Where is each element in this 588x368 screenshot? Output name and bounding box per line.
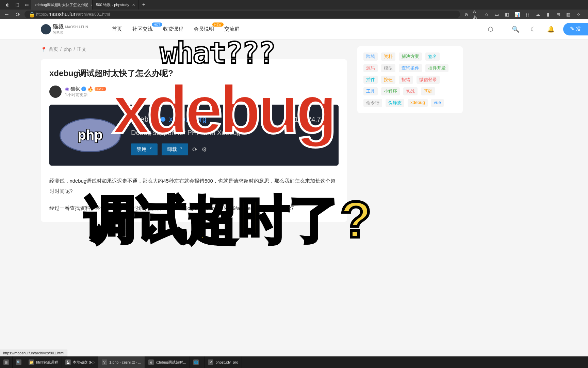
start-button[interactable]: ⊞ <box>0 356 13 368</box>
task-icon: 📁 <box>29 359 34 365</box>
chevron-down-icon[interactable]: ˅ <box>180 147 183 153</box>
search-task[interactable]: 🔍 <box>13 356 25 368</box>
author-name[interactable]: ◉ 猫叔 ✓ 🔥 LV 7 <box>65 86 106 92</box>
tag-item[interactable]: 插件开发 <box>425 64 448 72</box>
tag-item[interactable]: 解决方案 <box>399 52 422 61</box>
tab-title: xdebug调试超时太快了怎么办呢 <box>35 2 88 7</box>
article-title: xdebug调试超时太快了怎么办呢? <box>49 68 339 79</box>
extension-description: Debug support for PHP with Xdebug <box>131 129 328 137</box>
new-badge: NEW <box>212 22 224 27</box>
location-icon: 📍 <box>41 47 47 52</box>
uninstall-button[interactable]: 卸载 ˅ <box>162 143 188 155</box>
extension-link[interactable]: xdebug.org <box>169 115 207 124</box>
taskbar-item[interactable]: 📁html实战课程 <box>25 356 62 368</box>
box-icon[interactable]: ⬡ <box>485 24 496 35</box>
tag-item[interactable]: vue <box>431 99 444 107</box>
tag-item[interactable]: 基础 <box>421 87 435 95</box>
tag-item[interactable]: 资料 <box>381 52 395 61</box>
nav-group[interactable]: 交流群 <box>224 26 240 32</box>
tag-item[interactable]: 源码 <box>363 64 378 72</box>
url-path: /archives/801.html <box>77 12 110 17</box>
browser-tab-active[interactable]: xdebug调试超时太快了怎么办呢 ✕ <box>31 0 93 10</box>
tag-item[interactable]: 报错 <box>399 76 413 84</box>
search-icon[interactable]: 🔍 <box>510 24 521 35</box>
address-bar[interactable]: 🔒 https://maoshu.fun/archives/801.html <box>24 11 460 18</box>
taskbar-item[interactable]: V1.php - ceshi.ttt - ... <box>98 356 145 368</box>
nav-home[interactable]: 首页 <box>112 26 122 32</box>
nav-member[interactable]: 会员说明NEW <box>194 26 214 32</box>
nav-courses[interactable]: 收费课程 <box>163 26 183 32</box>
browser-tab[interactable]: 500 错误 - phpstudy ✕ <box>93 0 139 10</box>
disable-button[interactable]: 禁用 ˅ <box>131 143 158 155</box>
sync-icon[interactable]: ⟳ <box>192 146 197 153</box>
download-icon: ⬇ <box>287 115 292 123</box>
chevron-down-icon[interactable]: ˅ <box>149 147 152 153</box>
update-time: 1小时前更新 <box>65 92 106 98</box>
url-prefix: https:// <box>36 12 48 17</box>
close-icon[interactable]: ✕ <box>132 3 135 7</box>
refresh-button[interactable]: ⟳ <box>14 10 22 18</box>
extension-icon-5[interactable]: ▮ <box>544 11 551 18</box>
gear-icon[interactable]: ⚙ <box>201 146 207 153</box>
workspaces-icon[interactable]: ⬚ <box>12 0 22 10</box>
taskbar-item[interactable]: Pphpstudy_pro <box>205 356 242 368</box>
tag-item[interactable]: 签名 <box>425 52 440 61</box>
tag-item[interactable]: 模型 <box>381 64 395 72</box>
avatar[interactable] <box>49 86 62 98</box>
tag-item[interactable]: 查询条件 <box>399 64 422 72</box>
nav-community[interactable]: 社区交流HOT <box>132 26 153 32</box>
article-paragraph: 经测试，xdebug调试时如果迟迟走不通，那么大约45秒左右就会报错500，也就… <box>49 176 339 196</box>
notification-icon[interactable]: 🔔 <box>545 24 556 35</box>
tag-item[interactable]: 工具 <box>363 87 378 95</box>
taskbar-item[interactable]: exdebug调试超时... <box>145 356 190 368</box>
article-link[interactable]: https://blog.csdn.net/WXN889/article/det… <box>168 205 294 211</box>
tag-item[interactable]: 实战 <box>403 87 418 95</box>
tag-item[interactable]: 命令行 <box>363 99 382 107</box>
tag-item[interactable]: xdebug <box>408 99 428 107</box>
app-menu-icon[interactable]: ◐ <box>3 0 12 10</box>
url-host: maoshu.fun <box>48 11 77 17</box>
new-tab-button[interactable]: + <box>139 2 149 8</box>
extension-icon-2[interactable]: 📊 <box>514 11 521 18</box>
tag-item[interactable]: 伪静态 <box>386 99 404 107</box>
extension-name: Xdebug <box>131 115 157 124</box>
taskbar-item[interactable]: 💾本地磁盘 (F:) <box>62 356 98 368</box>
logo-tagline: 的星球 <box>53 30 88 35</box>
publish-button[interactable]: ✎ 发 <box>563 23 588 35</box>
extension-icon-1[interactable]: ◧ <box>504 11 510 18</box>
task-icon: 💾 <box>65 359 71 365</box>
taskbar-item[interactable]: 🌐 <box>190 356 205 368</box>
level-badge: LV 7 <box>95 87 106 91</box>
collections-icon[interactable]: ▥ <box>565 11 572 18</box>
main-nav: 首页 社区交流HOT 收费课程 会员说明NEW 交流群 <box>112 26 240 32</box>
breadcrumb-home[interactable]: 首页 <box>49 46 58 52</box>
breadcrumb-current: 正文 <box>77 46 86 52</box>
status-bar: https://maoshu.fun/archives/801.html <box>0 350 67 356</box>
tab-actions-icon[interactable]: ▭ <box>22 0 31 10</box>
tag-item[interactable]: 插件 <box>363 76 378 84</box>
verified-icon: ✓ <box>81 87 86 91</box>
tag-item[interactable]: 按钮 <box>381 76 395 84</box>
lock-icon: 🔒 <box>28 10 36 18</box>
read-aloud-icon[interactable]: Aあ <box>473 11 480 18</box>
tag-item[interactable]: 微信登录 <box>416 76 440 84</box>
extension-icon-3[interactable]: {} <box>524 11 531 18</box>
favorite-icon[interactable]: ☆ <box>483 11 490 18</box>
extensions-icon[interactable]: ⊞ <box>555 11 561 18</box>
logo-text-sub: MAOSHU.FUN <box>65 25 88 29</box>
tag-item[interactable]: 跨域 <box>363 52 378 61</box>
site-logo[interactable]: 猫叔 MAOSHU.FUN 的星球 <box>41 23 88 35</box>
back-button[interactable]: ← <box>3 10 11 18</box>
logo-text-main: 猫叔 <box>53 24 64 29</box>
reader-icon[interactable]: ▭ <box>493 11 500 18</box>
tag-item[interactable]: 小程序 <box>381 87 400 95</box>
favorites-bar-icon[interactable]: ✧ <box>575 11 582 18</box>
flame-icon: 🔥 <box>87 86 93 92</box>
dark-mode-icon[interactable]: ☾ <box>528 24 539 35</box>
tag-cloud: 跨域资料解决方案签名源码模型查询条件插件开发插件按钮报错微信登录工具小程序实战基… <box>357 46 463 113</box>
task-icon: 🌐 <box>193 359 199 365</box>
zoom-icon[interactable]: ⊖ <box>463 11 470 18</box>
extension-icon-4[interactable]: ☁ <box>534 11 541 18</box>
breadcrumb-category[interactable]: php <box>64 47 71 52</box>
task-icon: P <box>208 359 213 365</box>
